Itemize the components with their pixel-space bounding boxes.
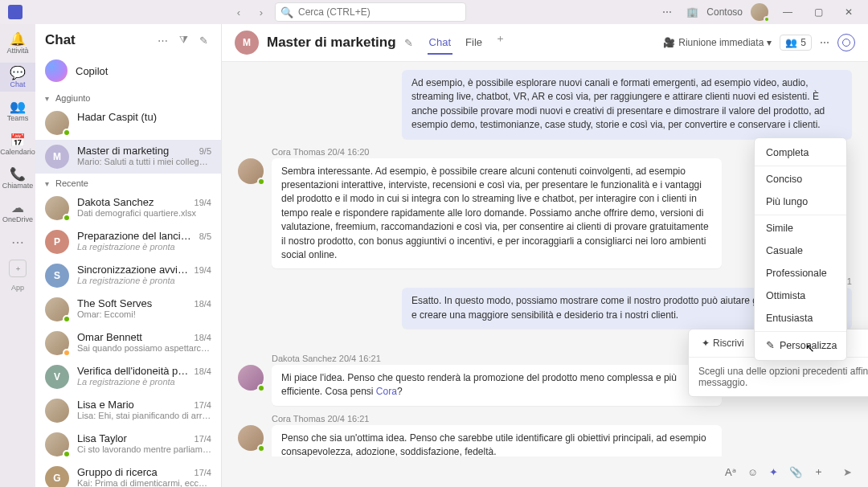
- nav-back[interactable]: ‹: [230, 3, 248, 21]
- messages-scroll[interactable]: Ad esempio, è possibile esplorare nuovi …: [222, 62, 868, 487]
- teams-icon: 👥: [0, 100, 35, 114]
- message-meta: Cora Thomas 20/4 16:21: [272, 414, 852, 424]
- nav-rail: 🔔 Attività 💬 Chat 👥 Teams 📅 Calendario 📞…: [0, 24, 35, 487]
- copilot-entry[interactable]: Copilot: [35, 53, 221, 88]
- avatar: V: [45, 365, 69, 389]
- rail-teams[interactable]: 👥 Teams: [0, 96, 35, 125]
- copilot-compose-icon[interactable]: ✦: [769, 466, 778, 478]
- chat-list-item[interactable]: Lisa Taylor17/4 Ci sto lavorando mentre …: [35, 428, 221, 461]
- org-switch-icon[interactable]: 🏢: [686, 6, 698, 18]
- avatar: [45, 432, 69, 456]
- tone-option[interactable]: Ottimista: [755, 284, 846, 307]
- chat-list-item[interactable]: Lisa e Mario17/4 Lisa: Ehi, stai pianifi…: [35, 394, 221, 428]
- tone-option[interactable]: Più lungo: [755, 190, 846, 213]
- search-icon: 🔍: [280, 6, 293, 18]
- attach-icon[interactable]: 📎: [789, 466, 802, 478]
- avatar: P: [45, 230, 69, 254]
- tone-option[interactable]: Simile: [755, 217, 846, 239]
- video-icon: 🎥: [663, 37, 675, 48]
- tone-menu: Completa Conciso Più lungo Simile Casual…: [754, 137, 847, 361]
- tab-file[interactable]: File: [464, 31, 484, 55]
- format-icon[interactable]: Aᵃ: [725, 466, 736, 478]
- tone-customize[interactable]: ✎ Personalizza: [755, 334, 846, 357]
- more-icon[interactable]: ⋯: [656, 1, 678, 23]
- tab-chat[interactable]: Chat: [428, 31, 452, 55]
- search-input[interactable]: [298, 6, 461, 18]
- panel-title: Chat: [45, 32, 149, 48]
- rail-chat[interactable]: 💬 Chat: [0, 63, 35, 92]
- send-icon[interactable]: ➤: [843, 466, 852, 478]
- main-chat-area: M Master di marketing ✎ Chat File ＋ 🎥 Ri…: [222, 24, 868, 487]
- rail-more[interactable]: ⋯: [11, 235, 24, 250]
- chat-list-panel: Chat ⋯ ⧩ ✎ Copilot Aggiunto Hadar Caspit…: [35, 24, 222, 487]
- message-bubble[interactable]: Mi piace l'idea. Penso che questo render…: [272, 365, 722, 406]
- chat-list-item[interactable]: S Sincronizzazione avvio Mark 819/4 La r…: [35, 259, 221, 293]
- avatar: [45, 399, 69, 423]
- tone-option[interactable]: Professionale: [755, 262, 846, 284]
- phone-icon: 📞: [0, 167, 35, 182]
- avatar: G: [45, 466, 69, 487]
- avatar: [238, 425, 264, 451]
- rewrite-button[interactable]: ✦ Riscrivi: [695, 334, 751, 352]
- chat-list-item[interactable]: Omar Bennett18/4 Sai quando possiamo asp…: [35, 326, 221, 360]
- message-bubble[interactable]: Sembra interessante. Ad esempio, è possi…: [272, 158, 722, 269]
- rail-onedrive[interactable]: ☁ OneDrive: [0, 198, 35, 227]
- edit-icon: ✎: [766, 339, 775, 351]
- rail-activity[interactable]: 🔔 Attività: [0, 29, 35, 58]
- tone-option[interactable]: Entusiasta: [755, 307, 846, 329]
- people-icon: 👥: [785, 37, 797, 48]
- search-bar[interactable]: 🔍: [275, 2, 466, 22]
- copilot-chat-icon[interactable]: [837, 34, 855, 51]
- chat-list-item[interactable]: The Soft Serves18/4 Omar: Eccomi!: [35, 293, 221, 326]
- section-pinned[interactable]: Aggiunto: [35, 88, 221, 106]
- meet-now-button[interactable]: 🎥 Riunione immediata ▾: [663, 37, 772, 48]
- add-tab-icon[interactable]: ＋: [495, 31, 506, 55]
- window-minimize[interactable]: —: [776, 1, 799, 23]
- org-name[interactable]: Contoso: [706, 6, 743, 18]
- rail-calls[interactable]: 📞 Chiamate: [0, 164, 35, 193]
- profile-avatar[interactable]: [751, 3, 768, 21]
- window-maximize[interactable]: ▢: [807, 1, 829, 23]
- message-bubble-own[interactable]: Ad esempio, è possibile esplorare nuovi …: [402, 70, 852, 139]
- avatar: [238, 158, 264, 184]
- avatar: [45, 331, 69, 355]
- window-close[interactable]: ✕: [837, 1, 860, 23]
- section-recent[interactable]: Recente: [35, 174, 221, 191]
- svg-point-0: [843, 39, 850, 47]
- chat-list-item[interactable]: V Verifica dell'idoneità per il lancio d…: [35, 360, 221, 394]
- cloud-icon: ☁: [0, 201, 35, 215]
- avatar: [238, 365, 264, 391]
- tone-option[interactable]: Completa: [755, 141, 846, 164]
- filter-icon[interactable]: ⧩: [176, 32, 191, 48]
- emoji-icon[interactable]: ☺: [747, 466, 758, 478]
- chat-more-icon[interactable]: ⋯: [820, 37, 829, 48]
- chat-header: M Master di marketing ✎ Chat File ＋ 🎥 Ri…: [222, 24, 868, 62]
- chat-list-item[interactable]: G Gruppo di ricerca17/4 Kai: Prima di di…: [35, 461, 221, 487]
- panel-more-icon[interactable]: ⋯: [154, 33, 171, 48]
- copilot-icon: [45, 59, 68, 82]
- chat-title: Master di marketing: [267, 35, 396, 51]
- tone-option[interactable]: Casuale: [755, 239, 846, 262]
- avatar: [45, 111, 69, 135]
- rail-apps[interactable]: ＋: [9, 260, 27, 277]
- avatar: [45, 196, 69, 220]
- avatar: M: [45, 145, 69, 169]
- rail-calendar[interactable]: 📅 Calendario: [0, 130, 35, 159]
- mention[interactable]: Cora: [376, 386, 397, 397]
- teams-logo: [8, 5, 23, 19]
- calendar-icon: 📅: [0, 133, 35, 148]
- chat-list-item[interactable]: Dakota Sanchez19/4 Dati demografici quar…: [35, 191, 221, 225]
- chat-icon: 💬: [0, 66, 35, 80]
- people-count[interactable]: 👥 5: [780, 35, 812, 51]
- add-compose-icon[interactable]: ＋: [813, 464, 824, 479]
- chat-list-item[interactable]: P Preparazione del lancio di Project A..…: [35, 225, 221, 259]
- avatar: [45, 297, 69, 321]
- new-chat-icon[interactable]: ✎: [196, 33, 211, 48]
- chat-list-item[interactable]: M Master di marketing 9/5 Mario: Saluti …: [35, 140, 221, 174]
- nav-forward[interactable]: ›: [252, 3, 270, 21]
- chat-list-item[interactable]: Hadar Caspit (tu): [35, 106, 221, 140]
- edit-title-icon[interactable]: ✎: [404, 37, 413, 49]
- chevron-down-icon: ▾: [767, 37, 772, 48]
- compose-bar: Aᵃ ☺ ✦ 📎 ＋ ➤: [222, 456, 868, 487]
- tone-option[interactable]: Conciso: [755, 168, 846, 190]
